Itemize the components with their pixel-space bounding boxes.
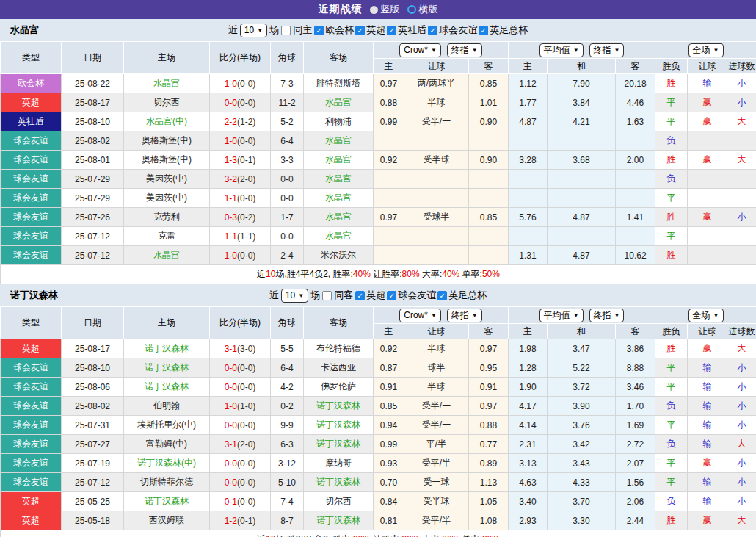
- col-corner: 角球: [271, 42, 304, 74]
- average-select[interactable]: 平均值▼: [539, 43, 584, 57]
- rows-count-select[interactable]: 10▼: [281, 289, 308, 303]
- vertical-layout-radio[interactable]: 竖版: [370, 3, 400, 16]
- match-type-badge: 球会友谊: [1, 227, 62, 246]
- final-odds-select[interactable]: 终指▼: [447, 309, 482, 322]
- odds-away: 0.97: [469, 397, 509, 416]
- team-name: 水晶宫: [10, 24, 39, 37]
- league-checkbox[interactable]: ✓: [387, 291, 396, 300]
- result-goals: 大: [727, 435, 756, 454]
- away-team: 佛罗伦萨: [304, 378, 374, 397]
- avg-away: [616, 170, 655, 189]
- league-checkbox[interactable]: ✓: [314, 26, 324, 35]
- avg-away: 8.88: [616, 358, 655, 378]
- match-date: 25-07-12: [62, 227, 124, 246]
- horizontal-layout-radio[interactable]: 横版: [407, 3, 438, 16]
- match-date: 25-08-17: [62, 339, 124, 358]
- result-handicap: [688, 131, 727, 151]
- average-select[interactable]: 平均值▼: [539, 309, 584, 322]
- same-venue-checkbox[interactable]: [322, 291, 332, 300]
- table-row: 英超25-05-18西汉姆联1-2(0-1)8-7诺丁汉森林0.81受平/半1.…: [1, 511, 756, 530]
- company-select[interactable]: Crow*▼: [399, 43, 441, 57]
- home-team: 诺丁汉森林: [124, 378, 210, 397]
- avg-draw: 7.90: [548, 74, 616, 93]
- table-row: 球会友谊25-08-02伯明翰1-0(1-0)0-2诺丁汉森林0.85受半/一0…: [1, 397, 756, 416]
- result-wdl: 平: [655, 378, 688, 397]
- odds-handicap: [404, 189, 469, 208]
- section-header: 诺丁汉森林 近 10▼ 场 同客 ✓英超✓球会友谊✓英足总杯: [0, 284, 756, 306]
- avg-home: 1.31: [509, 246, 548, 265]
- avg-away: 2.44: [616, 511, 655, 530]
- avg-draw: 3.68: [548, 151, 616, 170]
- summary-segment: 40%: [442, 269, 459, 279]
- league-label: 英社盾: [398, 24, 426, 37]
- final-odds-select[interactable]: 终指▼: [447, 43, 482, 57]
- avg-home: 4.14: [509, 416, 548, 435]
- league-checkbox[interactable]: ✓: [437, 291, 447, 300]
- company-select[interactable]: Crow*▼: [399, 309, 441, 322]
- score: 1-1(1-1): [210, 227, 271, 246]
- summary-segment: 20%: [353, 534, 371, 537]
- match-type-badge: 球会友谊: [1, 358, 62, 378]
- odds-home: 0.85: [374, 397, 404, 416]
- match-type-badge: 球会友谊: [1, 435, 62, 454]
- league-checkbox[interactable]: ✓: [387, 26, 396, 35]
- match-date: 25-07-19: [62, 454, 124, 473]
- avg-draw: [548, 227, 616, 246]
- league-checkbox[interactable]: ✓: [355, 26, 365, 35]
- col-avg-away: 客: [616, 324, 655, 339]
- scope-select[interactable]: 全场▼: [688, 43, 724, 57]
- scope-select[interactable]: 全场▼: [688, 309, 724, 322]
- match-type-badge: 球会友谊: [1, 246, 62, 265]
- col-result-handicap: 让球: [688, 59, 727, 74]
- avg-draw: 4.21: [548, 112, 616, 131]
- league-checkbox[interactable]: ✓: [355, 291, 365, 300]
- match-date: 25-05-18: [62, 511, 124, 530]
- col-result: 胜负: [655, 59, 688, 74]
- result-wdl: 胜: [655, 74, 688, 93]
- result-handicap: 输: [688, 378, 727, 397]
- corners: 11-2: [271, 93, 304, 112]
- match-date: 25-08-02: [62, 397, 124, 416]
- league-label: 欧会杯: [325, 24, 354, 37]
- avg-draw: 4.87: [548, 246, 616, 265]
- result-goals: 小: [727, 416, 756, 435]
- result-goals: 小: [727, 397, 756, 416]
- result-wdl: 负: [655, 435, 688, 454]
- odds-away: 1.01: [469, 93, 509, 112]
- odds-handicap: 受半/一: [404, 416, 469, 435]
- final-odds-select-2[interactable]: 终指▼: [589, 309, 625, 322]
- avg-draw: [548, 131, 616, 151]
- odds-home: 0.92: [374, 339, 404, 358]
- score: 0-0(0-0): [210, 416, 271, 435]
- match-type-badge: 球会友谊: [1, 473, 62, 492]
- home-team: 埃斯托里尔(中): [124, 416, 210, 435]
- odds-home: [374, 189, 404, 208]
- away-team: 水晶宫: [304, 151, 374, 170]
- result-wdl: 胜: [655, 208, 688, 227]
- avg-draw: [548, 189, 616, 208]
- summary-segment: 50%: [482, 269, 500, 279]
- avg-away: 2.07: [616, 454, 655, 473]
- odds-home: 0.97: [374, 74, 404, 93]
- avg-home: 1.98: [509, 339, 548, 358]
- home-team: 克劳利: [124, 208, 210, 227]
- avg-draw: 3.42: [548, 435, 616, 454]
- league-checkbox[interactable]: ✓: [479, 26, 488, 35]
- avg-away: 3.46: [616, 378, 655, 397]
- league-checkbox[interactable]: ✓: [428, 26, 437, 35]
- final-odds-select-2[interactable]: 终指▼: [589, 43, 625, 57]
- odds-away: [469, 170, 509, 189]
- col-date: 日期: [62, 307, 124, 339]
- result-handicap: 输: [688, 416, 727, 435]
- rows-count-select[interactable]: 10▼: [240, 24, 267, 37]
- match-type-badge: 球会友谊: [1, 170, 62, 189]
- table-row: 球会友谊25-07-19诺丁汉森林(中)0-0(0-0)3-12摩纳哥0.93受…: [1, 454, 756, 473]
- match-type-badge: 英超: [1, 492, 62, 511]
- corners: 9-9: [271, 416, 304, 435]
- away-team: 米尔沃尔: [304, 246, 374, 265]
- avg-home: 3.28: [509, 151, 548, 170]
- table-row: 英超25-08-17诺丁汉森林3-1(3-0)5-5布伦特福德0.92半球0.9…: [1, 339, 756, 358]
- col-odds-away: 客: [469, 59, 509, 74]
- same-venue-checkbox[interactable]: [281, 26, 291, 35]
- result-handicap: 输: [688, 358, 727, 378]
